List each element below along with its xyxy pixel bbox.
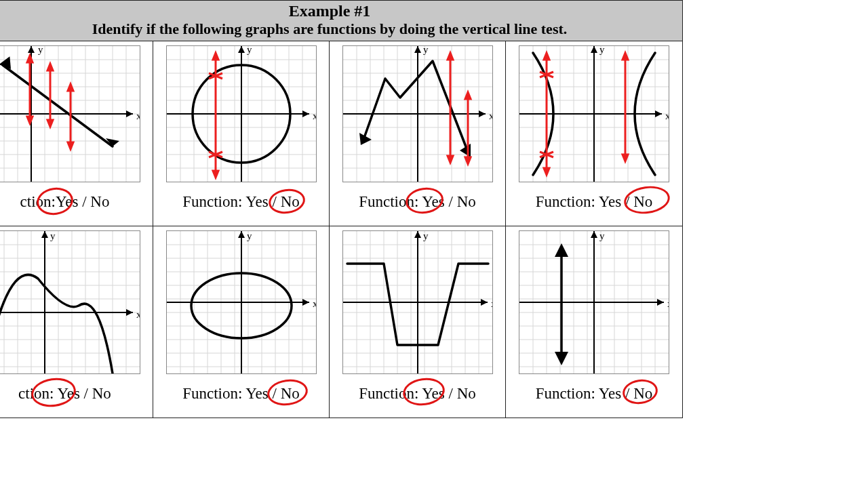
svg-marker-15 <box>68 142 73 149</box>
svg-marker-50 <box>623 53 628 60</box>
plot-5: x y <box>0 226 153 375</box>
svg-marker-25 <box>213 171 218 178</box>
svg-marker-79 <box>555 352 568 365</box>
svg-marker-29 <box>414 46 421 53</box>
svg-line-4 <box>3 65 113 146</box>
plot-2: x y <box>153 41 329 184</box>
svg-marker-47 <box>544 53 549 60</box>
vlt-marking <box>448 53 471 164</box>
red-circle-mark <box>404 185 446 216</box>
plot-3: x y <box>330 41 505 184</box>
svg-marker-3 <box>28 46 35 53</box>
axis-y-label: y <box>38 45 43 55</box>
red-circle-mark <box>35 185 75 217</box>
svg-text:y: y <box>599 230 605 241</box>
answer-5: ction: Yes / No <box>0 375 153 418</box>
worksheet-header: Example #1 Identify if the following gra… <box>0 1 682 41</box>
red-circle-mark <box>621 378 660 407</box>
answer-4: Function: Yes / No <box>506 184 682 226</box>
svg-marker-24 <box>213 53 218 60</box>
svg-text:x: x <box>667 298 669 309</box>
red-circle-mark <box>267 186 307 216</box>
answer-3: Function: Yes / No <box>330 184 505 226</box>
svg-text:y: y <box>599 45 605 55</box>
svg-marker-43 <box>591 46 597 53</box>
answer-8: Function: Yes / No <box>506 375 682 418</box>
svg-marker-48 <box>544 168 549 175</box>
svg-marker-2 <box>126 110 133 117</box>
plot-4: x y <box>506 41 682 184</box>
graph-cell-1: x y <box>0 41 153 226</box>
answer-6: Function: Yes / No <box>153 375 329 418</box>
svg-marker-36 <box>448 156 453 163</box>
plot-8: x y <box>506 226 682 375</box>
red-circle-mark <box>401 375 447 408</box>
svg-text:y: y <box>247 230 252 241</box>
svg-marker-60 <box>302 299 309 306</box>
svg-text:x: x <box>136 309 140 320</box>
plot-6: x y <box>153 226 329 375</box>
plot-1: x y <box>0 41 153 184</box>
svg-marker-68 <box>414 231 421 238</box>
graph-cell-7: x y Function: Yes / No <box>330 226 506 418</box>
axis-x-label: x <box>136 110 140 121</box>
svg-marker-19 <box>238 46 245 53</box>
option-no: No <box>90 193 109 210</box>
svg-marker-51 <box>623 155 628 161</box>
graph-cell-5: x y ction: Yes / No <box>0 226 153 418</box>
svg-marker-14 <box>68 84 73 91</box>
svg-marker-67 <box>481 299 488 306</box>
graph-cell-8: x y Function: Yes / No <box>506 226 682 418</box>
svg-marker-74 <box>591 231 597 238</box>
svg-text:y: y <box>247 45 252 55</box>
example-instruction: Identify if the following graphs are fun… <box>0 20 682 38</box>
answer-7: Function: Yes / No <box>330 375 505 418</box>
svg-marker-73 <box>657 299 664 306</box>
red-circle-mark <box>29 375 77 410</box>
svg-text:x: x <box>313 298 317 309</box>
svg-marker-54 <box>126 309 133 316</box>
graph-cell-6: x y Function: Yes / No <box>153 226 330 418</box>
plot-7: x y <box>330 226 505 375</box>
svg-marker-38 <box>465 92 471 99</box>
red-circle-mark <box>623 183 672 216</box>
svg-text:x: x <box>665 110 669 121</box>
svg-marker-18 <box>302 110 309 117</box>
answer-1: ction:Yes / No <box>0 184 153 226</box>
graph-cell-2: x y Function: Yes / No <box>153 41 330 226</box>
worksheet: Example #1 Identify if the following gra… <box>0 0 683 418</box>
option-sep: / <box>78 193 90 210</box>
graph-grid: x y <box>0 41 682 418</box>
example-title: Example #1 <box>0 2 682 20</box>
svg-text:y: y <box>50 230 56 241</box>
vlt-marking <box>27 56 73 149</box>
svg-marker-12 <box>47 120 53 127</box>
svg-text:y: y <box>423 45 429 55</box>
graph-cell-4: x y <box>506 41 682 226</box>
svg-marker-39 <box>465 157 471 164</box>
svg-marker-35 <box>448 53 453 60</box>
svg-marker-78 <box>555 243 568 257</box>
svg-marker-55 <box>41 231 48 238</box>
svg-text:x: x <box>489 110 493 121</box>
svg-marker-28 <box>479 110 486 117</box>
svg-text:x: x <box>313 110 317 121</box>
answer-2: Function: Yes / No <box>153 184 329 226</box>
svg-marker-61 <box>238 231 245 238</box>
red-circle-mark <box>266 377 310 408</box>
svg-text:x: x <box>491 298 493 309</box>
graph-cell-3: x y Functio <box>330 41 506 226</box>
svg-text:y: y <box>423 230 429 241</box>
svg-marker-11 <box>47 64 53 70</box>
svg-marker-42 <box>655 110 662 117</box>
